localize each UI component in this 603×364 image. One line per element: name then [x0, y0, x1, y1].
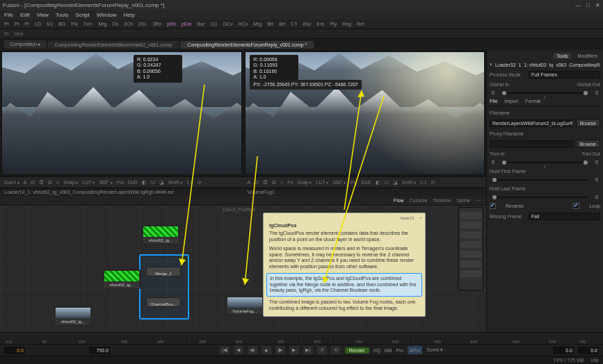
va-smr[interactable]: SmR	[168, 180, 182, 185]
node-channel-boolean[interactable]: ChannelBoo...	[146, 297, 181, 307]
vb-fn[interactable]: Fn	[287, 180, 293, 185]
tool-ds[interactable]: Ds	[113, 22, 119, 26]
viewer-a[interactable]: R: 0.0234 G: 0.24247 B: 0.09056 A: 1.0	[1, 51, 242, 175]
tool-2sl[interactable]: 2SL	[138, 22, 147, 26]
node-volumefog-1[interactable]: VolumeFog...	[226, 296, 264, 315]
pingpong-button[interactable]: ⟲	[331, 346, 341, 354]
tool-cc[interactable]: CC	[210, 22, 217, 26]
tool-pt[interactable]: Pt	[4, 22, 9, 26]
vb-inspect-icon[interactable]: ⦿	[263, 180, 268, 185]
range-start-in[interactable]: 0.0	[4, 347, 25, 354]
step-back-button[interactable]: ◀	[234, 346, 243, 354]
va-1to1[interactable]: 1:1	[186, 180, 193, 185]
stop-button[interactable]: ■	[262, 346, 271, 354]
tool-pem[interactable]: pEm	[182, 22, 191, 26]
tool-pt3[interactable]: Pt	[24, 22, 29, 26]
comp-tab-benchmark[interactable]: CompositingRenderElementsBenchmark2_v001…	[48, 41, 179, 49]
badge-hq[interactable]: HQ	[373, 346, 381, 354]
minimize-button[interactable]: —	[575, 2, 581, 8]
play-fwd-button[interactable]: |▶	[275, 346, 285, 354]
hold-first-slider[interactable]	[492, 179, 588, 181]
file-subtab-file[interactable]: File	[490, 99, 497, 104]
composition-dropdown[interactable]: Composition ▸	[4, 40, 47, 49]
vb-zoom-icon[interactable]: ∅	[255, 180, 259, 185]
hold-first-value[interactable]: 0	[593, 177, 600, 182]
badge-some[interactable]: Some ▾	[426, 346, 443, 354]
timeline-ruler[interactable]: 0.0 50 100 150 200 250 300 350 400 450 5…	[0, 333, 603, 345]
flow-tab-console[interactable]: Console	[410, 198, 428, 203]
tool-ld[interactable]: LD	[35, 22, 41, 26]
proxy-filename-field[interactable]	[490, 140, 573, 148]
va-lut[interactable]: LUT	[83, 180, 95, 185]
process-mode-dropdown[interactable]: Full Frames	[529, 71, 600, 78]
flow-navigator[interactable]	[458, 207, 483, 290]
badge-mb[interactable]: MB	[385, 346, 392, 354]
hold-last-slider[interactable]	[492, 197, 588, 198]
vb-snap[interactable]: Snap	[297, 180, 312, 185]
va-subv[interactable]: SubV	[4, 180, 19, 185]
vb-pol[interactable]: Pol	[350, 180, 357, 185]
close-button[interactable]: ✕	[595, 2, 600, 8]
hold-last-value[interactable]: 0	[593, 195, 600, 199]
tool-xi[interactable]: Xi	[4, 31, 8, 36]
tool-fn[interactable]: FN	[71, 22, 77, 26]
menu-view[interactable]: View	[37, 12, 49, 18]
tool-rng[interactable]: Rng	[342, 22, 351, 26]
vb-smr[interactable]: SmR	[402, 180, 416, 185]
play-back-button[interactable]: ◀|	[248, 346, 257, 354]
comp-tab-forumreply[interactable]: CompositingRenderElementsForumReply_v001…	[180, 41, 314, 49]
menu-tools[interactable]: Tools	[56, 12, 69, 18]
va-ch3-icon[interactable]: ◪	[159, 180, 164, 185]
current-frame-l[interactable]: 0.0	[553, 347, 574, 354]
va-inspect-icon[interactable]: ⦿	[39, 180, 44, 185]
trim-in-value[interactable]: 0	[490, 160, 497, 165]
global-out-value[interactable]: 0	[593, 90, 600, 95]
va-guide-icon[interactable]: ⌗	[56, 180, 59, 185]
vb-refresh-icon[interactable]: ⟳	[431, 180, 435, 185]
tool-bur[interactable]: Bur	[197, 22, 204, 26]
file-subtab-format[interactable]: Format	[525, 99, 540, 104]
missing-frame-dropdown[interactable]: Fail	[529, 213, 600, 220]
browse-button[interactable]: Browse	[576, 119, 600, 127]
tool-ocv[interactable]: OCv	[223, 22, 233, 26]
tool-mrg2[interactable]: Mrg	[253, 22, 262, 26]
tool-txt[interactable]: Txt+	[83, 22, 93, 26]
vb-ch2-icon[interactable]: ☑	[385, 180, 389, 185]
flow-sticky-note[interactable]: – Note13 tgCloudPos The tgCloudPos rende…	[263, 213, 426, 317]
vb-ch1-icon[interactable]: ◧	[376, 180, 380, 185]
node-loader-surfpos[interactable]: vfxtut02_tg...	[103, 270, 140, 289]
badge-prx[interactable]: Prx	[396, 346, 404, 354]
va-ch1-icon[interactable]: ◧	[142, 180, 147, 185]
range-end-in[interactable]: 750.0	[89, 347, 110, 354]
va-snap[interactable]: Snap	[63, 180, 78, 185]
menu-window[interactable]: Window	[97, 12, 116, 18]
go-end-button[interactable]: ▶|	[303, 346, 313, 354]
inspector-tab-tools[interactable]: Tools	[554, 53, 570, 59]
va-ch2-icon[interactable]: ☑	[151, 180, 155, 185]
menu-script[interactable]: Script	[76, 12, 90, 18]
tool-rct[interactable]: Rct	[357, 22, 364, 26]
flow-tab-spline[interactable]: Spline	[457, 198, 470, 203]
filename-field[interactable]: RenderLayersWikiForum2_bLogSurfPos.0477.…	[490, 119, 573, 127]
menu-help[interactable]: Help	[123, 12, 134, 18]
loop-checkbox[interactable]	[573, 203, 579, 209]
menu-edit[interactable]: Edit	[20, 12, 30, 18]
tool-3rn[interactable]: 3Rn	[152, 22, 161, 26]
tool-hcv[interactable]: HCv	[239, 22, 248, 26]
va-zoom-icon[interactable]: ∅	[31, 180, 35, 185]
vb-a[interactable]: A	[248, 180, 251, 185]
tool-brt[interactable]: Brt	[267, 22, 273, 26]
tool-erb[interactable]: Erb	[317, 22, 325, 26]
vb-guide-icon[interactable]: ⌗	[280, 180, 283, 185]
tool-ply[interactable]: Ply	[330, 22, 337, 26]
trim-out-value[interactable]: 0	[593, 160, 600, 165]
tool-mrg[interactable]: Mrg	[98, 22, 106, 26]
va-a[interactable]: A	[24, 180, 27, 185]
go-start-button[interactable]: |◀	[220, 346, 230, 354]
tool-rsz[interactable]: Rsz	[303, 22, 311, 26]
vb-dod[interactable]: DoD	[362, 180, 371, 185]
va-refresh-icon[interactable]: ⟳	[198, 180, 202, 185]
tool-und[interactable]: Und	[14, 31, 23, 36]
vb-360[interactable]: 360°	[332, 180, 346, 185]
va-pol[interactable]: Pol	[117, 180, 124, 185]
